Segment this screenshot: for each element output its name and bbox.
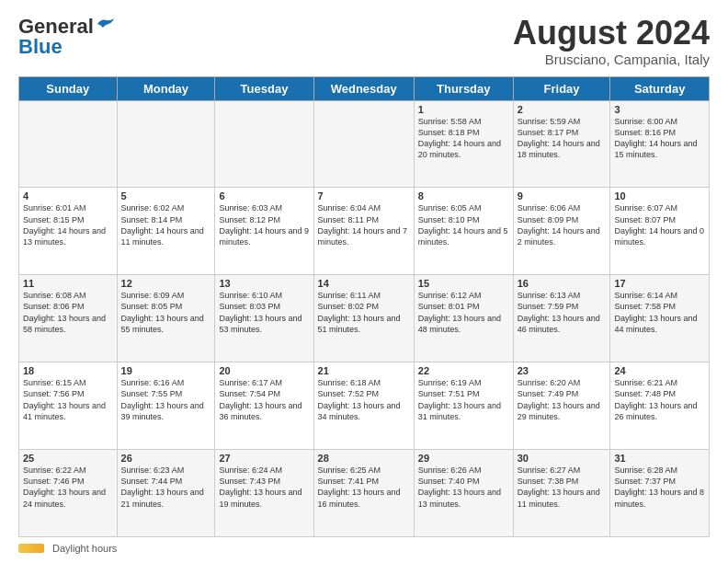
- cell-sun-info: Sunrise: 6:14 AM Sunset: 7:58 PM Dayligh…: [614, 290, 705, 335]
- calendar-weekday-thursday: Thursday: [414, 76, 513, 100]
- cell-sun-info: Sunrise: 6:18 AM Sunset: 7:52 PM Dayligh…: [318, 377, 410, 422]
- day-number: 30: [518, 453, 607, 464]
- daylight-bar-icon: [18, 544, 44, 553]
- calendar-cell: 26Sunrise: 6:23 AM Sunset: 7:44 PM Dayli…: [117, 450, 215, 537]
- day-number: 15: [418, 278, 509, 289]
- logo: General Blue: [18, 15, 116, 59]
- cell-sun-info: Sunrise: 6:02 AM Sunset: 8:14 PM Dayligh…: [121, 202, 211, 247]
- calendar-cell: [117, 100, 215, 188]
- cell-sun-info: Sunrise: 6:04 AM Sunset: 8:11 PM Dayligh…: [318, 202, 410, 247]
- calendar-cell: 30Sunrise: 6:27 AM Sunset: 7:38 PM Dayli…: [513, 450, 610, 537]
- calendar-cell: [215, 100, 313, 188]
- cell-sun-info: Sunrise: 6:12 AM Sunset: 8:01 PM Dayligh…: [418, 290, 509, 335]
- calendar-cell: 8Sunrise: 6:05 AM Sunset: 8:10 PM Daylig…: [414, 188, 513, 275]
- cell-sun-info: Sunrise: 6:16 AM Sunset: 7:55 PM Dayligh…: [121, 377, 211, 422]
- calendar-cell: 22Sunrise: 6:19 AM Sunset: 7:51 PM Dayli…: [414, 362, 513, 450]
- calendar-weekday-tuesday: Tuesday: [215, 76, 313, 100]
- cell-sun-info: Sunrise: 6:27 AM Sunset: 7:38 PM Dayligh…: [518, 465, 607, 510]
- day-number: 24: [614, 365, 705, 376]
- day-number: 2: [518, 104, 607, 115]
- day-number: 13: [219, 278, 309, 289]
- calendar-cell: 24Sunrise: 6:21 AM Sunset: 7:48 PM Dayli…: [610, 362, 710, 450]
- calendar-cell: 23Sunrise: 6:20 AM Sunset: 7:49 PM Dayli…: [513, 362, 610, 450]
- calendar-cell: [313, 100, 414, 188]
- day-number: 26: [121, 453, 211, 464]
- day-number: 4: [23, 190, 113, 201]
- logo-blue: Blue: [18, 35, 63, 59]
- main-title: August 2024: [513, 15, 710, 52]
- calendar-header-row: SundayMondayTuesdayWednesdayThursdayFrid…: [19, 76, 710, 100]
- calendar-cell: 19Sunrise: 6:16 AM Sunset: 7:55 PM Dayli…: [117, 362, 215, 450]
- day-number: 16: [518, 278, 607, 289]
- cell-sun-info: Sunrise: 6:25 AM Sunset: 7:41 PM Dayligh…: [318, 465, 410, 510]
- calendar-week-row: 1Sunrise: 5:58 AM Sunset: 8:18 PM Daylig…: [19, 100, 710, 188]
- day-number: 14: [318, 278, 410, 289]
- calendar-cell: [19, 100, 118, 188]
- day-number: 18: [23, 365, 113, 376]
- cell-sun-info: Sunrise: 6:19 AM Sunset: 7:51 PM Dayligh…: [418, 377, 509, 422]
- cell-sun-info: Sunrise: 6:21 AM Sunset: 7:48 PM Dayligh…: [614, 377, 705, 422]
- day-number: 27: [219, 453, 309, 464]
- subtitle: Brusciano, Campania, Italy: [513, 52, 710, 67]
- calendar-cell: 14Sunrise: 6:11 AM Sunset: 8:02 PM Dayli…: [313, 275, 414, 362]
- calendar-cell: 11Sunrise: 6:08 AM Sunset: 8:06 PM Dayli…: [19, 275, 118, 362]
- calendar-week-row: 4Sunrise: 6:01 AM Sunset: 8:15 PM Daylig…: [19, 188, 710, 275]
- cell-sun-info: Sunrise: 6:06 AM Sunset: 8:09 PM Dayligh…: [518, 202, 607, 247]
- calendar-cell: 4Sunrise: 6:01 AM Sunset: 8:15 PM Daylig…: [19, 188, 118, 275]
- calendar-cell: 7Sunrise: 6:04 AM Sunset: 8:11 PM Daylig…: [313, 188, 414, 275]
- title-block: August 2024 Brusciano, Campania, Italy: [513, 15, 710, 67]
- calendar-table: SundayMondayTuesdayWednesdayThursdayFrid…: [18, 76, 710, 537]
- cell-sun-info: Sunrise: 6:03 AM Sunset: 8:12 PM Dayligh…: [219, 202, 309, 247]
- day-number: 17: [614, 278, 705, 289]
- calendar-cell: 6Sunrise: 6:03 AM Sunset: 8:12 PM Daylig…: [215, 188, 313, 275]
- calendar-cell: 3Sunrise: 6:00 AM Sunset: 8:16 PM Daylig…: [610, 100, 710, 188]
- cell-sun-info: Sunrise: 6:24 AM Sunset: 7:43 PM Dayligh…: [219, 465, 309, 510]
- day-number: 25: [23, 453, 113, 464]
- calendar-week-row: 25Sunrise: 6:22 AM Sunset: 7:46 PM Dayli…: [19, 450, 710, 537]
- calendar-cell: 12Sunrise: 6:09 AM Sunset: 8:05 PM Dayli…: [117, 275, 215, 362]
- cell-sun-info: Sunrise: 6:26 AM Sunset: 7:40 PM Dayligh…: [418, 465, 509, 510]
- day-number: 20: [219, 365, 309, 376]
- calendar-cell: 21Sunrise: 6:18 AM Sunset: 7:52 PM Dayli…: [313, 362, 414, 450]
- cell-sun-info: Sunrise: 6:00 AM Sunset: 8:16 PM Dayligh…: [614, 116, 705, 161]
- calendar-weekday-sunday: Sunday: [19, 76, 118, 100]
- page: General Blue August 2024 Brusciano, Camp…: [0, 0, 728, 563]
- calendar-cell: 13Sunrise: 6:10 AM Sunset: 8:03 PM Dayli…: [215, 275, 313, 362]
- day-number: 19: [121, 365, 211, 376]
- cell-sun-info: Sunrise: 6:22 AM Sunset: 7:46 PM Dayligh…: [23, 465, 113, 510]
- calendar: SundayMondayTuesdayWednesdayThursdayFrid…: [18, 76, 710, 537]
- cell-sun-info: Sunrise: 6:01 AM Sunset: 8:15 PM Dayligh…: [23, 202, 113, 247]
- day-number: 8: [418, 190, 509, 201]
- calendar-weekday-saturday: Saturday: [610, 76, 710, 100]
- calendar-cell: 31Sunrise: 6:28 AM Sunset: 7:37 PM Dayli…: [610, 450, 710, 537]
- day-number: 9: [518, 190, 607, 201]
- calendar-weekday-monday: Monday: [117, 76, 215, 100]
- cell-sun-info: Sunrise: 6:07 AM Sunset: 8:07 PM Dayligh…: [614, 202, 705, 247]
- calendar-week-row: 11Sunrise: 6:08 AM Sunset: 8:06 PM Dayli…: [19, 275, 710, 362]
- cell-sun-info: Sunrise: 6:13 AM Sunset: 7:59 PM Dayligh…: [518, 290, 607, 335]
- day-number: 7: [318, 190, 410, 201]
- calendar-cell: 1Sunrise: 5:58 AM Sunset: 8:18 PM Daylig…: [414, 100, 513, 188]
- day-number: 29: [418, 453, 509, 464]
- calendar-cell: 28Sunrise: 6:25 AM Sunset: 7:41 PM Dayli…: [313, 450, 414, 537]
- calendar-cell: 25Sunrise: 6:22 AM Sunset: 7:46 PM Dayli…: [19, 450, 118, 537]
- cell-sun-info: Sunrise: 6:23 AM Sunset: 7:44 PM Dayligh…: [121, 465, 211, 510]
- day-number: 10: [614, 190, 705, 201]
- cell-sun-info: Sunrise: 6:28 AM Sunset: 7:37 PM Dayligh…: [614, 465, 705, 510]
- cell-sun-info: Sunrise: 6:17 AM Sunset: 7:54 PM Dayligh…: [219, 377, 309, 422]
- calendar-cell: 29Sunrise: 6:26 AM Sunset: 7:40 PM Dayli…: [414, 450, 513, 537]
- calendar-week-row: 18Sunrise: 6:15 AM Sunset: 7:56 PM Dayli…: [19, 362, 710, 450]
- cell-sun-info: Sunrise: 5:58 AM Sunset: 8:18 PM Dayligh…: [418, 116, 509, 161]
- day-number: 21: [318, 365, 410, 376]
- daylight-label: Daylight hours: [52, 543, 117, 554]
- logo-bird-icon: [96, 17, 116, 31]
- cell-sun-info: Sunrise: 6:15 AM Sunset: 7:56 PM Dayligh…: [23, 377, 113, 422]
- calendar-cell: 15Sunrise: 6:12 AM Sunset: 8:01 PM Dayli…: [414, 275, 513, 362]
- calendar-cell: 10Sunrise: 6:07 AM Sunset: 8:07 PM Dayli…: [610, 188, 710, 275]
- calendar-weekday-wednesday: Wednesday: [313, 76, 414, 100]
- day-number: 12: [121, 278, 211, 289]
- calendar-cell: 27Sunrise: 6:24 AM Sunset: 7:43 PM Dayli…: [215, 450, 313, 537]
- cell-sun-info: Sunrise: 6:20 AM Sunset: 7:49 PM Dayligh…: [518, 377, 607, 422]
- calendar-cell: 20Sunrise: 6:17 AM Sunset: 7:54 PM Dayli…: [215, 362, 313, 450]
- calendar-cell: 17Sunrise: 6:14 AM Sunset: 7:58 PM Dayli…: [610, 275, 710, 362]
